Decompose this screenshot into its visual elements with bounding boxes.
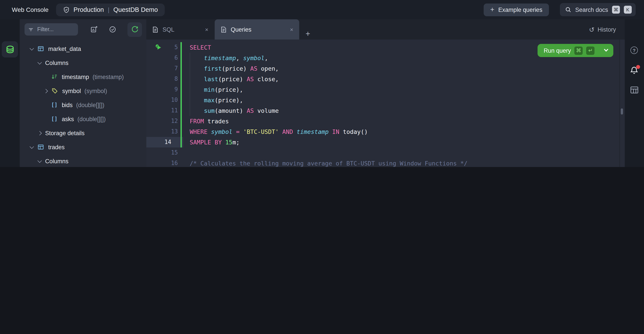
code-line-11[interactable]: 11 sum(amount) AS volume [146, 105, 625, 116]
token [190, 54, 204, 61]
notification-badge [636, 65, 640, 69]
tree-item-label: symbol [62, 88, 81, 94]
instance-badge[interactable]: Production | QuestDB Demo [56, 3, 165, 16]
tree-item-Columns[interactable]: Columns [20, 154, 146, 167]
badge-divider: | [108, 6, 109, 13]
code-text: first(price) AS open, [190, 63, 625, 74]
token: FROM [190, 118, 204, 125]
gutter: 6 [146, 53, 190, 63]
tree-item-trades[interactable]: trades [20, 140, 146, 154]
code-text: min(price), [190, 84, 625, 95]
plus-icon: + [490, 6, 494, 13]
chevron-right-icon[interactable] [38, 131, 42, 135]
add-tab-button[interactable]: + [306, 29, 310, 40]
line-number: 7 [174, 63, 178, 74]
schema-panel: market_dataColumnstimestamp(timestamp)sy… [20, 19, 146, 167]
editor-scrollbar[interactable] [620, 40, 620, 167]
example-queries-button[interactable]: + Example queries [484, 3, 549, 16]
code-editor[interactable]: 5SELECT6 timestamp, symbol,7 first(price… [146, 40, 625, 167]
success-marker-icon[interactable] [155, 44, 162, 51]
check-circle-icon[interactable] [109, 26, 116, 33]
environment-name: Production [74, 6, 104, 13]
search-docs-button[interactable]: Search docs ⌘ K [560, 3, 636, 16]
tree-item-label: timestamp [62, 74, 89, 80]
tree-item-bids[interactable]: []bids(double[][]) [20, 98, 146, 112]
token: (price), [215, 86, 243, 93]
executed-range-bar [180, 126, 182, 137]
code-line-10[interactable]: 10 max(price), [146, 95, 625, 105]
right-icon-rail: ? [625, 19, 644, 167]
tab-bar: SQL×Queries× + ↺ History [146, 19, 625, 40]
table-icon [37, 46, 44, 52]
tree-item-asks[interactable]: []asks(double[][]) [20, 112, 146, 126]
code-text: WHERE symbol = 'BTC-USDT' AND timestamp … [190, 126, 625, 137]
tab-label: Queries [231, 26, 252, 33]
token: symbol [211, 128, 233, 135]
executed-range-bar [180, 53, 182, 63]
token: WHERE [190, 128, 208, 135]
tree-item-market_data[interactable]: market_data [20, 42, 146, 56]
chevron-down-icon[interactable] [30, 144, 34, 148]
run-query-button[interactable]: Run query ⌘ ↵ [538, 44, 613, 57]
history-button[interactable]: ↺ History [589, 26, 616, 33]
token: max [204, 97, 215, 104]
token [208, 128, 211, 135]
code-text: sum(amount) AS volume [190, 105, 625, 116]
code-line-14[interactable]: 14SAMPLE BY 15m; [146, 137, 625, 147]
chevron-down-icon[interactable] [38, 60, 42, 64]
editor-scrollbar-thumb[interactable] [621, 108, 623, 115]
token: timestamp [204, 54, 236, 61]
table-panel-icon[interactable] [626, 82, 642, 98]
tree-item-label: market_data [48, 45, 81, 52]
token: last [204, 76, 218, 83]
schema-filter-box[interactable] [24, 23, 78, 36]
doc-icon [152, 26, 158, 33]
executed-range-bar [180, 116, 182, 126]
notifications-icon[interactable] [626, 62, 642, 79]
token: 'BTC-USDT' [243, 128, 279, 135]
token [232, 128, 236, 135]
executed-range-bar [180, 63, 182, 74]
editor-pane: SQL×Queries× + ↺ History 5SELECT6 timest… [146, 19, 625, 167]
code-line-13[interactable]: 13WHERE symbol = 'BTC-USDT' AND timestam… [146, 126, 625, 137]
token: sum [204, 107, 215, 114]
refresh-schema-icon[interactable] [128, 22, 142, 37]
tree-item-label: asks [62, 116, 74, 122]
run-options-chevron-icon[interactable] [604, 47, 608, 51]
line-number: 15 [171, 147, 178, 158]
chevron-right-icon[interactable] [44, 89, 48, 93]
code-line-16[interactable]: 16/* Calculates the rolling moving avera… [146, 158, 625, 167]
tag-icon [51, 88, 58, 94]
code-line-8[interactable]: 8 last(price) AS close, [146, 74, 625, 84]
code-text: FROM trades [190, 116, 625, 126]
doc-icon [220, 26, 226, 33]
tree-item-Columns[interactable]: Columns [20, 56, 146, 70]
code-line-7[interactable]: 7 first(price) AS open, [146, 63, 625, 74]
tab-label: SQL [162, 26, 174, 33]
gutter: 16 [146, 158, 190, 167]
help-icon[interactable]: ? [626, 42, 642, 58]
close-tab-icon[interactable]: × [205, 26, 208, 33]
token: IN [332, 128, 339, 135]
schema-filter-input[interactable] [36, 26, 72, 33]
tab-queries[interactable]: Queries× [214, 19, 300, 40]
add-chart-icon[interactable] [91, 26, 98, 33]
token: close, [254, 76, 279, 83]
chevron-down-icon[interactable] [30, 46, 34, 50]
enter-key-icon: ↵ [586, 46, 595, 55]
token: (amount) [215, 107, 247, 114]
tree-item-timestamp[interactable]: timestamp(timestamp) [20, 70, 146, 84]
chevron-down-icon[interactable] [38, 158, 42, 162]
tab-sql[interactable]: SQL× [146, 19, 214, 40]
line-number: 6 [174, 53, 178, 63]
code-line-9[interactable]: 9 min(price), [146, 84, 625, 95]
token: AS [247, 76, 254, 83]
code-line-12[interactable]: 12FROM trades [146, 116, 625, 126]
close-tab-icon[interactable]: × [290, 26, 293, 33]
tree-item-symbol[interactable]: symbol(symbol) [20, 84, 146, 98]
brackets-icon: [] [51, 116, 58, 122]
tree-item-Storage details[interactable]: Storage details [20, 126, 146, 140]
questdb-logo-icon[interactable] [2, 41, 18, 58]
code-line-15[interactable]: 15 [146, 147, 625, 158]
tree-item-type: (double[][]) [76, 102, 104, 108]
